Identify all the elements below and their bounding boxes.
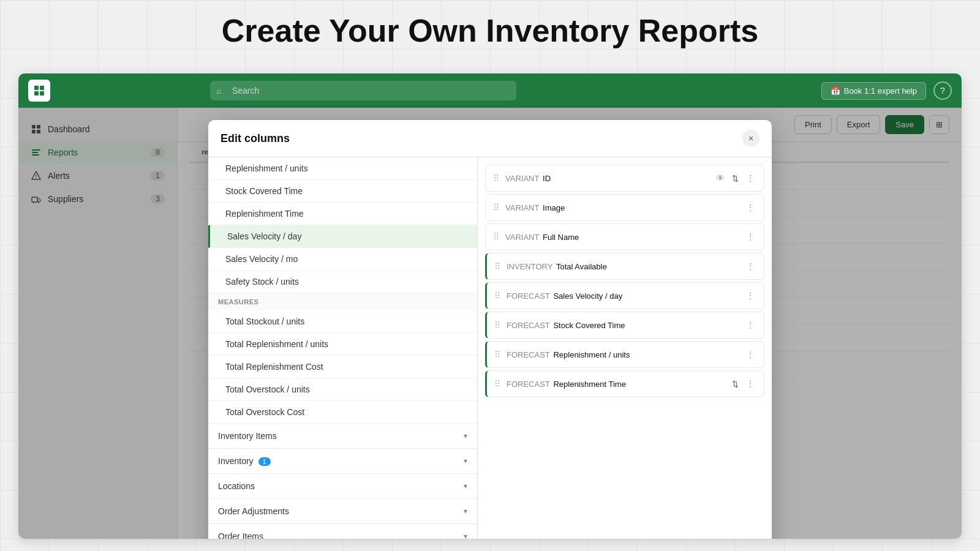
- page-title: Create Your Own Inventory Reports: [0, 12, 980, 49]
- chevron-down-icon: ▾: [464, 482, 467, 490]
- forecast-col-replenishment_units[interactable]: Replenishment / units: [208, 157, 477, 180]
- col-label-forecast_stock_covered: FORECAST Stock Covered Time: [507, 321, 738, 330]
- right-col-forecast_replenishment_time: ⠿ FORECAST Replenishment Time ⇅⋮: [485, 370, 764, 397]
- chevron-down-icon: ▾: [464, 457, 467, 465]
- col-menu-button[interactable]: ⋮: [744, 230, 756, 244]
- sort-col-button[interactable]: ⇅: [730, 378, 741, 391]
- measure-col-total_replenishment_cost[interactable]: Total Replenishment Cost: [208, 356, 477, 378]
- right-col-variant_id: ⠿ VARIANT ID 👁⇅⋮: [485, 165, 764, 192]
- section-inventory[interactable]: Inventory1 ▾: [208, 449, 477, 474]
- right-col-forecast_replenishment: ⠿ FORECAST Replenishment / units ⋮: [485, 341, 764, 368]
- measures-columns-list: Total Stockout / unitsTotal Replenishmen…: [208, 310, 477, 424]
- search-container: ⌕: [210, 81, 516, 100]
- section-order_items[interactable]: Order Items ▾: [208, 524, 477, 539]
- drag-handle[interactable]: ⠿: [493, 232, 499, 242]
- calendar-icon: 📅: [831, 86, 840, 96]
- col-menu-button[interactable]: ⋮: [744, 318, 756, 332]
- col-label-inventory_total: INVENTORY Total Available: [507, 262, 738, 271]
- section-label-locations: Locations: [218, 481, 255, 491]
- measure-col-total_overstock_cost[interactable]: Total Overstock Cost: [208, 401, 477, 424]
- measures-label: MEASURES: [208, 293, 477, 310]
- section-items-list: Inventory Items ▾ Inventory1 ▾ Locations…: [208, 424, 477, 539]
- modal-close-button[interactable]: ×: [742, 130, 760, 147]
- forecast-col-safety_stock_units[interactable]: Safety Stock / units: [208, 271, 477, 293]
- help-button[interactable]: ?: [933, 81, 952, 100]
- modal-body: Replenishment / unitsStock Covered TimeR…: [208, 157, 772, 539]
- col-actions-variant_id: 👁⇅⋮: [714, 171, 756, 185]
- svg-rect-0: [34, 86, 39, 90]
- drag-handle[interactable]: ⠿: [494, 320, 500, 330]
- sort-col-button[interactable]: ⇅: [730, 172, 741, 185]
- svg-rect-3: [40, 91, 44, 96]
- col-label-forecast_replenishment: FORECAST Replenishment / units: [507, 350, 738, 359]
- col-actions-forecast_replenishment_time: ⇅⋮: [730, 377, 756, 391]
- col-actions-inventory_total: ⋮: [744, 260, 756, 273]
- measure-col-total_stockout[interactable]: Total Stockout / units: [208, 310, 477, 333]
- app-logo: [28, 80, 50, 102]
- edit-columns-modal: Edit columns × Replenishment / unitsStoc…: [208, 120, 772, 539]
- forecast-col-stock_covered_time[interactable]: Stock Covered Time: [208, 180, 477, 203]
- col-menu-button[interactable]: ⋮: [744, 348, 756, 361]
- drag-handle[interactable]: ⠿: [494, 379, 500, 389]
- drag-handle[interactable]: ⠿: [494, 350, 500, 359]
- drag-handle[interactable]: ⠿: [493, 203, 499, 212]
- section-label-order_items: Order Items: [218, 531, 263, 539]
- chevron-down-icon: ▾: [464, 532, 467, 539]
- col-menu-button[interactable]: ⋮: [744, 377, 756, 391]
- drag-handle[interactable]: ⠿: [494, 291, 500, 301]
- col-menu-button[interactable]: ⋮: [744, 260, 756, 273]
- modal-header: Edit columns ×: [208, 120, 772, 157]
- book-expert-button[interactable]: 📅 Book 1:1 expert help: [821, 82, 926, 100]
- col-actions-forecast_stock_covered: ⋮: [744, 318, 756, 332]
- top-bar-actions: 📅 Book 1:1 expert help ?: [821, 81, 952, 100]
- col-label-variant_id: VARIANT ID: [505, 174, 708, 183]
- forecast-col-sales_velocity_mo[interactable]: Sales Velocity / mo: [208, 248, 477, 271]
- left-panel: Replenishment / unitsStock Covered TimeR…: [208, 157, 478, 539]
- section-inventory_items[interactable]: Inventory Items ▾: [208, 424, 477, 449]
- right-columns-list: ⠿ VARIANT ID 👁⇅⋮ ⠿ VARIANT Image ⋮ ⠿ VAR…: [485, 165, 764, 397]
- col-menu-button[interactable]: ⋮: [744, 201, 756, 214]
- col-label-variant_image: VARIANT Image: [505, 203, 738, 212]
- section-label-inventory: Inventory1: [218, 456, 271, 466]
- col-actions-forecast_replenishment: ⋮: [744, 348, 756, 361]
- app-shell: ⌕ 📅 Book 1:1 expert help ? Dashboard Rep…: [18, 73, 962, 539]
- measure-col-total_replenishment[interactable]: Total Replenishment / units: [208, 333, 477, 356]
- section-label-order_adjustments: Order Adjustments: [218, 506, 289, 516]
- drag-handle[interactable]: ⠿: [493, 173, 499, 183]
- right-col-inventory_total: ⠿ INVENTORY Total Available ⋮: [485, 253, 764, 280]
- right-panel: ⠿ VARIANT ID 👁⇅⋮ ⠿ VARIANT Image ⋮ ⠿ VAR…: [478, 157, 772, 539]
- drag-handle[interactable]: ⠿: [494, 261, 500, 271]
- chevron-down-icon: ▾: [464, 507, 467, 515]
- forecast-col-sales_velocity_day[interactable]: Sales Velocity / day: [208, 225, 477, 248]
- modal-overlay: Edit columns × Replenishment / unitsStoc…: [18, 108, 962, 539]
- section-order_adjustments[interactable]: Order Adjustments ▾: [208, 499, 477, 524]
- right-col-forecast_stock_covered: ⠿ FORECAST Stock Covered Time ⋮: [485, 312, 764, 339]
- right-col-variant_image: ⠿ VARIANT Image ⋮: [485, 194, 764, 221]
- measure-col-total_overstock[interactable]: Total Overstock / units: [208, 378, 477, 401]
- forecast-col-replenishment_time[interactable]: Replenishment Time: [208, 203, 477, 225]
- right-col-forecast_sales_velocity: ⠿ FORECAST Sales Velocity / day ⋮: [485, 282, 764, 309]
- col-menu-button[interactable]: ⋮: [744, 289, 756, 302]
- hide-col-button[interactable]: 👁: [714, 171, 726, 185]
- svg-rect-1: [40, 86, 44, 90]
- top-bar: ⌕ 📅 Book 1:1 expert help ?: [18, 73, 962, 108]
- modal-title: Edit columns: [221, 132, 290, 145]
- right-col-variant_full_name: ⠿ VARIANT Full Name ⋮: [485, 223, 764, 250]
- col-actions-variant_image: ⋮: [744, 201, 756, 214]
- section-label-inventory_items: Inventory Items: [218, 431, 277, 441]
- col-label-forecast_replenishment_time: FORECAST Replenishment Time: [507, 380, 724, 389]
- section-badge-inventory: 1: [258, 457, 271, 466]
- chevron-down-icon: ▾: [464, 432, 467, 440]
- search-icon: ⌕: [216, 86, 221, 96]
- svg-rect-2: [34, 91, 39, 96]
- search-input[interactable]: [210, 81, 516, 100]
- col-actions-variant_full_name: ⋮: [744, 230, 756, 244]
- col-label-variant_full_name: VARIANT Full Name: [505, 233, 738, 242]
- col-menu-button[interactable]: ⋮: [744, 171, 756, 185]
- col-label-forecast_sales_velocity: FORECAST Sales Velocity / day: [507, 291, 738, 301]
- forecast-columns-list: Replenishment / unitsStock Covered TimeR…: [208, 157, 477, 293]
- section-locations[interactable]: Locations ▾: [208, 474, 477, 499]
- col-actions-forecast_sales_velocity: ⋮: [744, 289, 756, 302]
